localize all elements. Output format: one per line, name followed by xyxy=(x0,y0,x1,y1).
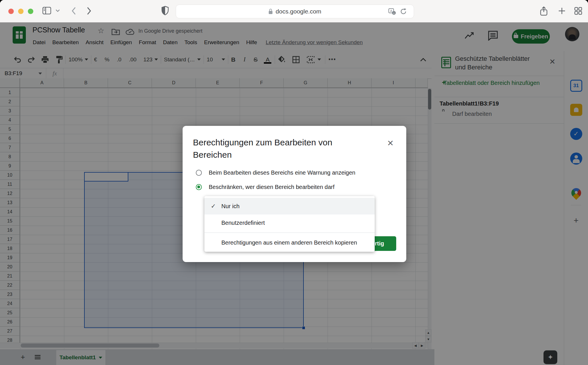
dropdown-item-2[interactable]: Benutzerdefiniert xyxy=(204,214,375,231)
dropdown-item-label: Nur ich xyxy=(221,203,239,210)
permission-option-label: Beim Bearbeiten dieses Bereichs eine War… xyxy=(209,169,355,176)
browser-toolbar: docs.google.com Ax xyxy=(0,0,588,23)
url-text: docs.google.com xyxy=(276,8,321,15)
dialog-title: Berechtigungen zum Bearbeiten von Bereic… xyxy=(193,136,371,161)
dropdown-item-label: Benutzerdefiniert xyxy=(221,220,265,226)
svg-text:x: x xyxy=(393,12,395,15)
zoom-window-button[interactable] xyxy=(28,9,33,14)
dropdown-separator xyxy=(204,233,375,233)
back-icon[interactable] xyxy=(71,6,77,15)
svg-text:A: A xyxy=(390,9,392,13)
dropdown-item-3[interactable]: Berechtigungen aus einem anderen Bereich… xyxy=(204,234,375,251)
address-bar[interactable]: docs.google.com Ax xyxy=(176,5,414,18)
radio-unselected-icon[interactable] xyxy=(196,170,202,176)
close-window-button[interactable] xyxy=(8,9,14,14)
permission-option-1[interactable]: Beim Bearbeiten dieses Bereichs eine War… xyxy=(196,169,355,176)
app-window: docs.google.com Ax PCShow Tabelle ☆ xyxy=(0,0,588,365)
sidebar-chevron-down-icon[interactable] xyxy=(55,9,60,12)
tab-overview-icon[interactable] xyxy=(574,7,582,15)
forward-icon[interactable] xyxy=(86,6,92,15)
minimize-window-button[interactable] xyxy=(18,9,24,14)
editor-options-dropdown: ✓Nur ichBenutzerdefiniertBerechtigungen … xyxy=(204,196,375,252)
radio-selected-icon[interactable] xyxy=(196,184,202,190)
privacy-shield-icon[interactable] xyxy=(161,6,169,15)
permission-option-2[interactable]: Beschränken, wer diesen Bereich bearbeit… xyxy=(196,184,334,190)
dropdown-item-1[interactable]: ✓Nur ich xyxy=(204,198,375,214)
new-tab-icon[interactable] xyxy=(558,7,566,15)
reload-icon[interactable] xyxy=(400,8,407,15)
dialog-close-icon[interactable]: ✕ xyxy=(387,138,394,148)
url-lock-icon xyxy=(268,9,273,14)
share-page-icon[interactable] xyxy=(540,6,548,16)
permission-option-label: Beschränken, wer diesen Bereich bearbeit… xyxy=(209,184,334,190)
dropdown-item-label: Berechtigungen aus einem anderen Bereich… xyxy=(221,239,357,246)
sidebar-toggle-icon[interactable] xyxy=(42,7,51,14)
check-icon: ✓ xyxy=(209,203,218,210)
translate-icon[interactable]: Ax xyxy=(388,8,396,15)
